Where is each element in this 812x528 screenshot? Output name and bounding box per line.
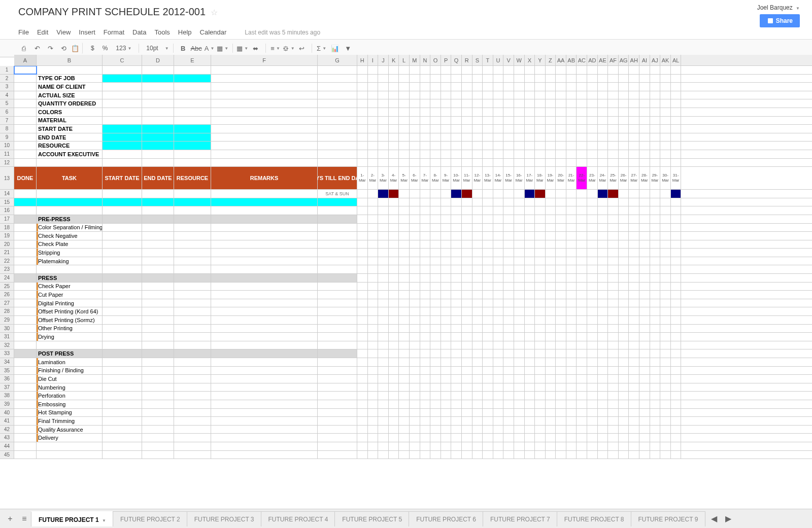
- cell[interactable]: [441, 316, 452, 324]
- cell[interactable]: [357, 291, 368, 299]
- cell[interactable]: [318, 66, 357, 74]
- cell[interactable]: [211, 232, 318, 240]
- cell[interactable]: [441, 99, 452, 108]
- cell[interactable]: [472, 307, 483, 315]
- cell[interactable]: [650, 316, 661, 324]
- cell[interactable]: [587, 117, 598, 125]
- cell[interactable]: [546, 224, 556, 232]
- tab-next-icon[interactable]: ▶: [721, 512, 735, 526]
- cell[interactable]: [483, 257, 493, 265]
- cell[interactable]: [566, 265, 577, 273]
- cell[interactable]: [566, 417, 577, 425]
- cell[interactable]: [556, 249, 566, 257]
- cell[interactable]: [318, 265, 357, 273]
- cell[interactable]: [318, 383, 357, 392]
- cell[interactable]: [566, 206, 577, 215]
- cell[interactable]: [451, 232, 462, 240]
- cell[interactable]: [577, 117, 587, 125]
- cell[interactable]: [483, 99, 493, 108]
- cell[interactable]: [389, 375, 399, 383]
- cell[interactable]: [420, 99, 431, 108]
- cell[interactable]: [629, 400, 639, 408]
- cell[interactable]: [493, 99, 504, 108]
- cell[interactable]: [211, 133, 318, 142]
- cell[interactable]: [598, 66, 608, 74]
- cell[interactable]: [142, 349, 174, 358]
- cell[interactable]: [483, 75, 493, 83]
- cell[interactable]: [103, 349, 142, 358]
- cell[interactable]: [357, 75, 368, 83]
- cell[interactable]: [410, 409, 420, 417]
- cell[interactable]: [174, 367, 211, 375]
- row-header[interactable]: 25: [0, 283, 14, 291]
- cell[interactable]: [410, 224, 420, 232]
- cell[interactable]: [525, 249, 535, 257]
- cell[interactable]: [671, 409, 682, 417]
- row-header[interactable]: 16: [0, 206, 14, 215]
- cell[interactable]: [483, 206, 493, 215]
- cell[interactable]: [174, 400, 211, 408]
- cell[interactable]: [525, 426, 535, 434]
- cell[interactable]: [399, 83, 410, 91]
- cell[interactable]: [650, 125, 661, 133]
- cell[interactable]: [503, 99, 514, 108]
- col-AL[interactable]: AL: [671, 55, 682, 65]
- cell[interactable]: [318, 142, 357, 150]
- cell[interactable]: [462, 417, 472, 425]
- cell[interactable]: [503, 426, 514, 434]
- cell[interactable]: [399, 291, 410, 299]
- cell[interactable]: [368, 367, 379, 375]
- cell[interactable]: [14, 442, 37, 450]
- cell[interactable]: [660, 83, 671, 91]
- cell[interactable]: [629, 75, 639, 83]
- cell[interactable]: [420, 257, 431, 265]
- cell[interactable]: [525, 409, 535, 417]
- cell[interactable]: [619, 190, 629, 198]
- cell[interactable]: [399, 159, 410, 167]
- cell[interactable]: [14, 206, 37, 215]
- cell[interactable]: [619, 307, 629, 315]
- row-header[interactable]: 27: [0, 299, 14, 308]
- cell[interactable]: [639, 375, 650, 383]
- cell[interactable]: [608, 307, 619, 315]
- cell[interactable]: [650, 224, 661, 232]
- cell[interactable]: [368, 409, 379, 417]
- cell[interactable]: [639, 215, 650, 223]
- cell[interactable]: [608, 417, 619, 425]
- cell[interactable]: [430, 224, 441, 232]
- cell[interactable]: [462, 434, 472, 442]
- cell[interactable]: [619, 150, 629, 158]
- cell[interactable]: [577, 299, 587, 307]
- cell[interactable]: [598, 451, 608, 459]
- sheet-tab[interactable]: FUTURE PROJECT 1 ▼: [31, 511, 114, 526]
- cell[interactable]: [566, 232, 577, 240]
- cell[interactable]: NAME OF CLIENT: [37, 83, 103, 91]
- cell[interactable]: [142, 451, 174, 459]
- cell[interactable]: [671, 249, 682, 257]
- cell[interactable]: [389, 215, 399, 223]
- cell[interactable]: [619, 341, 629, 349]
- cell[interactable]: [660, 232, 671, 240]
- cell[interactable]: [493, 333, 504, 341]
- cell[interactable]: [142, 417, 174, 425]
- cell[interactable]: [639, 307, 650, 315]
- cell[interactable]: [619, 400, 629, 408]
- cell[interactable]: [566, 291, 577, 299]
- cell[interactable]: [410, 265, 420, 273]
- cell[interactable]: [389, 299, 399, 307]
- cell[interactable]: Other Printing: [37, 325, 103, 333]
- cell[interactable]: [103, 409, 142, 417]
- cell[interactable]: [671, 333, 682, 341]
- cell[interactable]: [535, 383, 546, 392]
- cell[interactable]: [399, 274, 410, 282]
- cell[interactable]: [566, 383, 577, 392]
- cell[interactable]: [103, 426, 142, 434]
- cell[interactable]: [483, 451, 493, 459]
- row-header[interactable]: 11: [0, 150, 14, 159]
- cell[interactable]: [399, 307, 410, 315]
- cell[interactable]: [430, 232, 441, 240]
- cell[interactable]: [514, 442, 525, 450]
- cell[interactable]: [357, 150, 368, 158]
- cell[interactable]: [399, 417, 410, 425]
- cell[interactable]: [14, 283, 37, 291]
